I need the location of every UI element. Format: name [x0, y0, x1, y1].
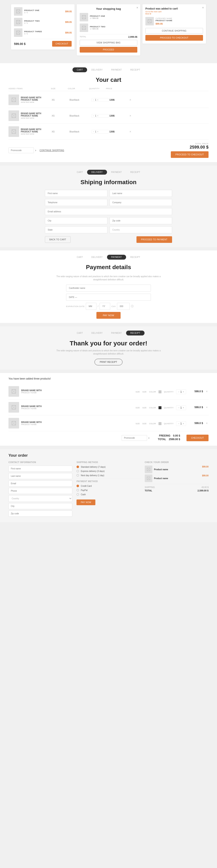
last-name-input[interactable]	[110, 190, 172, 197]
cart2-remove-1[interactable]: ×	[205, 390, 209, 393]
order-city[interactable]	[8, 503, 72, 509]
city-input[interactable]	[45, 217, 107, 224]
bag-checkout-btn[interactable]: PROCEED	[80, 47, 137, 53]
total-price-value: 2599.00 $	[171, 145, 209, 150]
radio-standard[interactable]	[76, 466, 79, 468]
yy-input[interactable]	[100, 303, 110, 310]
radio-creditcard[interactable]	[76, 485, 79, 487]
step-payment[interactable]: PAYMENT	[107, 67, 126, 72]
qty-minus-2[interactable]: −	[93, 115, 94, 117]
step-delivery-p[interactable]: DELIVERY	[87, 255, 107, 259]
qty2-minus-3[interactable]: −	[178, 422, 180, 425]
back-to-cart-btn[interactable]: BACK TO CART	[45, 236, 70, 243]
continue-shopping-btn-3[interactable]: CONTINUE SHOPPING	[145, 28, 203, 34]
shipping-method-title: SHIPPING METHOD	[76, 461, 140, 463]
qty-minus-1[interactable]: −	[93, 99, 94, 101]
cart-checkout-btn[interactable]: PROCEED TO CHECKOUT	[171, 151, 209, 158]
radio-nextday[interactable]	[76, 474, 79, 476]
order-lastname[interactable]	[8, 473, 72, 479]
product-price-1: $99.0$	[63, 10, 72, 13]
proceed-payment-btn[interactable]: PROCEED TO PAYMENT	[136, 236, 172, 243]
proceed-checkout-btn-3[interactable]: PROCEED TO CHECKOUT	[145, 35, 203, 41]
cvv-info-icon[interactable]: ⓘ	[131, 305, 133, 308]
remove-btn-2[interactable]: ×	[127, 114, 133, 117]
state-input[interactable]	[45, 226, 107, 233]
shipping-option-1[interactable]: Standard delivery (7 days)	[76, 466, 140, 468]
order-email[interactable]	[8, 480, 72, 487]
step-receipt[interactable]: RECEIPT	[126, 67, 145, 72]
cart-qty-ctrl-2[interactable]: − 1 +	[92, 114, 108, 118]
cart2-qty-ctrl-3[interactable]: − 1 +	[176, 421, 186, 426]
order-country[interactable]: Country	[8, 495, 72, 502]
step-receipt-s[interactable]: RECEIPT	[126, 170, 145, 175]
step-payment-r[interactable]: PAYMENT	[107, 331, 126, 336]
step-cart[interactable]: CART	[72, 67, 87, 72]
step-delivery-r[interactable]: DELIVERY	[87, 331, 107, 336]
cart2-qty-ctrl-1[interactable]: − 1 +	[176, 390, 186, 394]
cart2-swatch-2	[158, 406, 161, 409]
payment-option-3[interactable]: Cash	[76, 493, 140, 496]
first-name-input[interactable]	[45, 190, 107, 197]
step-receipt-p[interactable]: RECEIPT	[126, 255, 145, 259]
step-delivery[interactable]: DELIVERY	[87, 67, 107, 72]
step-cart-p[interactable]: CART	[72, 255, 87, 259]
qty2-plus-3[interactable]: +	[183, 422, 184, 425]
step-receipt-r[interactable]: RECEIPT	[126, 331, 145, 336]
step-delivery-s[interactable]: DELIVERY	[87, 170, 107, 175]
email-input[interactable]	[45, 208, 172, 215]
step-payment-p[interactable]: PAYMENT	[107, 255, 126, 259]
remove-btn-3[interactable]: ×	[127, 130, 133, 133]
remove-btn-1[interactable]: ×	[127, 98, 133, 101]
order-pay-btn[interactable]: PAY NOW	[76, 499, 95, 505]
radio-cash[interactable]	[76, 493, 79, 496]
order-firstname[interactable]	[8, 466, 72, 472]
cardholder-input[interactable]	[66, 285, 151, 291]
qty-plus-3[interactable]: +	[97, 130, 98, 133]
card1-checkout-btn[interactable]: CHECKOUT	[52, 41, 72, 46]
cart2-remove-2[interactable]: ×	[205, 406, 209, 409]
continue-shopping-link[interactable]: CONTINUE SHOPPING	[40, 149, 64, 152]
radio-express[interactable]	[76, 470, 79, 472]
qty-plus-2[interactable]: +	[97, 115, 98, 117]
close-icon-3[interactable]: ×	[202, 6, 204, 9]
cart-qty-ctrl-3[interactable]: − 1 +	[92, 130, 108, 133]
cart2-size-label-1: SIZE	[135, 391, 140, 393]
cvv-input[interactable]	[117, 303, 130, 310]
print-receipt-btn[interactable]: PRINT RECEIPT	[94, 359, 123, 365]
order-phone[interactable]	[8, 488, 72, 494]
cart2-thumb-3	[8, 418, 19, 429]
qty-minus-3[interactable]: −	[93, 130, 94, 133]
zip-input[interactable]	[110, 217, 172, 224]
step-cart-r[interactable]: CART	[72, 331, 87, 336]
shipping-option-2[interactable]: Express delivery (3 days)	[76, 470, 140, 472]
radio-paypal[interactable]	[76, 489, 79, 491]
payment-option-1[interactable]: Credit Card	[76, 485, 140, 487]
shipping-option-3[interactable]: Next day delivery (1 day)	[76, 474, 140, 476]
qty2-plus-1[interactable]: +	[183, 390, 184, 393]
cart2-promo-arrow[interactable]: ›	[148, 436, 149, 439]
cart2-remove-3[interactable]: ×	[205, 422, 209, 425]
pay-now-btn[interactable]: PAY NOW	[96, 312, 121, 319]
mm-input[interactable]	[86, 303, 96, 310]
qty2-minus-2[interactable]: −	[178, 406, 180, 409]
cart2-checkout-btn[interactable]: CHECKOUT	[186, 435, 209, 441]
close-icon[interactable]: ×	[136, 6, 138, 9]
telephone-input[interactable]	[45, 199, 107, 206]
step-payment-s[interactable]: PAYMENT	[107, 170, 126, 175]
cart2-promo-input[interactable]	[122, 435, 147, 441]
qty-plus-1[interactable]: +	[97, 99, 98, 101]
added-link[interactable]: Best $!	[145, 13, 203, 15]
promo-arrow-icon[interactable]: ›	[35, 149, 36, 152]
view-bag-btn[interactable]: VIEW SHOPPING BAG	[80, 40, 137, 45]
qty2-minus-1[interactable]: −	[178, 390, 180, 393]
order-zip[interactable]	[8, 510, 72, 517]
qty2-plus-2[interactable]: +	[183, 406, 184, 409]
cart-qty-ctrl-1[interactable]: − 1 +	[92, 98, 108, 102]
promo-input[interactable]	[8, 148, 34, 153]
country-select[interactable]: Country	[110, 226, 172, 233]
step-cart-s[interactable]: CART	[72, 170, 87, 175]
payment-option-2[interactable]: PayPal	[76, 489, 140, 491]
company-input[interactable]	[110, 199, 172, 206]
cart2-qty-ctrl-2[interactable]: − 1 +	[176, 405, 186, 410]
date-input[interactable]	[66, 294, 151, 301]
